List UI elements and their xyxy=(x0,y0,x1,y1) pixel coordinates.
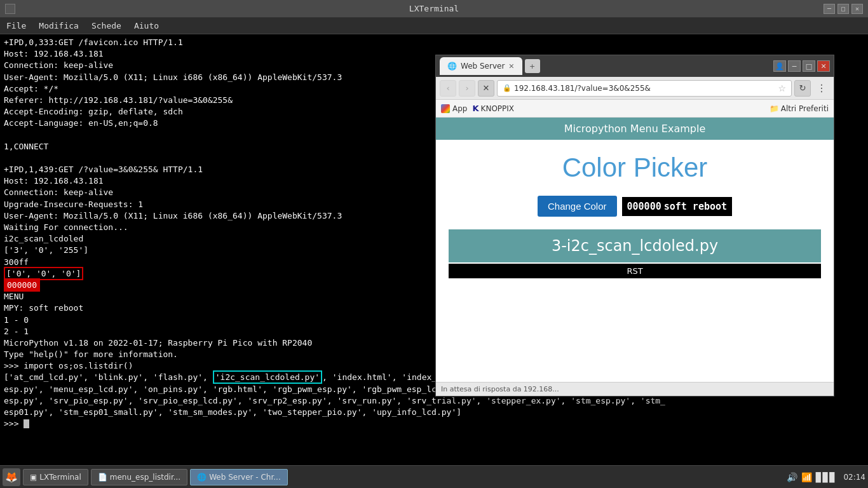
browser-status-bar: In attesa di risposta da 192.168... xyxy=(436,382,834,396)
web-script-section: 3-i2c_scan_lcdoled.py xyxy=(449,229,821,262)
taskbar-terminal-label: LXTerminal xyxy=(39,473,81,482)
bookmark-altri-label: Altri Preferiti xyxy=(781,104,829,113)
tab-favicon: 🌐 xyxy=(447,62,457,71)
taskbar-clock: 02:14 xyxy=(840,473,865,482)
folder-icon: 📁 xyxy=(770,104,779,113)
volume-icon[interactable]: 🔊 xyxy=(787,472,797,482)
browser-window-controls: 👤 ─ □ ✕ xyxy=(773,60,830,72)
web-header: Micropython Menu Example xyxy=(436,118,834,140)
browser-minimize-btn[interactable]: ─ xyxy=(788,60,801,72)
terminal-minimize-btn[interactable]: ─ xyxy=(824,4,835,14)
browser-overflow-btn[interactable]: ⋮ xyxy=(813,80,830,97)
apps-icon xyxy=(441,104,450,113)
browser-tab[interactable]: 🌐 Web Server ✕ xyxy=(440,57,522,75)
taskbar-tray: 🔊 📶 ▊▊▊ 02:14 xyxy=(787,472,865,482)
taskbar-terminal-icon: ▣ xyxy=(30,473,37,482)
bookmark-apps[interactable]: App xyxy=(441,104,467,113)
secure-icon: 🔒 xyxy=(503,84,512,92)
script-name-text: 3-i2c_scan_lcdoled.py xyxy=(552,237,718,255)
stop-btn[interactable]: ✕ xyxy=(478,80,494,97)
tab-close-btn[interactable]: ✕ xyxy=(508,62,514,71)
taskbar-lxterminal-btn[interactable]: ▣ LXTerminal xyxy=(23,469,88,485)
browser-titlebar: 🌐 Web Server ✕ + 👤 ─ □ ✕ xyxy=(436,55,834,77)
back-btn[interactable]: ‹ xyxy=(440,80,456,97)
battery-icon: ▊▊▊ xyxy=(816,472,836,482)
menu-file[interactable]: File xyxy=(3,20,30,32)
color-value-text: 000000 xyxy=(627,201,661,212)
rst-label: RST xyxy=(627,266,642,276)
browser-user-icon[interactable]: 👤 xyxy=(773,60,786,72)
browser-toolbar: ‹ › ✕ 🔒 192.168.43.181/?value=3&0&255& ☆… xyxy=(436,77,834,100)
terminal-maximize-btn[interactable]: □ xyxy=(837,4,849,14)
bookmark-knoppix-label: KNOPPIX xyxy=(481,104,515,113)
color-value-display: 000000 soft reboot xyxy=(622,197,733,216)
terminal-titlebar: LXTerminal ─ □ ✕ xyxy=(0,0,868,18)
taskbar: 🦊 ▣ LXTerminal 📄 menu_esp_listdir... 🌐 W… xyxy=(0,465,868,488)
network-icon: 📶 xyxy=(801,472,812,482)
tab-label: Web Server xyxy=(461,62,505,71)
taskbar-webserver-label: Web Server - Chr... xyxy=(209,473,281,482)
web-content: Micropython Menu Example Color Picker Ch… xyxy=(436,118,834,382)
terminal-title: LXTerminal xyxy=(409,4,459,13)
web-rst-section: RST xyxy=(449,264,821,278)
change-color-button[interactable]: Change Color xyxy=(538,196,617,217)
new-tab-btn[interactable]: + xyxy=(525,59,540,73)
menu-aiuto[interactable]: Aiuto xyxy=(130,20,163,32)
color-picker-title: Color Picker xyxy=(562,152,708,183)
address-bar[interactable]: 🔒 192.168.43.181/?value=3&0&255& ☆ xyxy=(497,80,792,97)
browser-status-text: In attesa di risposta da 192.168... xyxy=(441,385,559,393)
address-text: 192.168.43.181/?value=3&0&255& xyxy=(514,84,775,93)
bookmark-star-icon[interactable]: ☆ xyxy=(778,83,786,93)
terminal-window-controls: ─ □ ✕ xyxy=(824,4,863,14)
taskbar-web-icon: 🌐 xyxy=(197,473,207,482)
browser-close-btn[interactable]: ✕ xyxy=(817,60,830,72)
bookmarks-bar: App K KNOPPIX 📁 Altri Preferiti xyxy=(436,100,834,118)
web-body: Color Picker Change Color 000000 soft re… xyxy=(436,140,834,382)
bookmark-apps-label: App xyxy=(452,104,467,113)
knoppix-k-icon: K xyxy=(472,104,478,113)
menu-modifica[interactable]: Modifica xyxy=(35,20,83,32)
browser-settings-btn[interactable]: ↻ xyxy=(794,80,811,97)
terminal-menubar: File Modifica Schede Aiuto xyxy=(0,18,868,34)
color-picker-row: Change Color 000000 soft reboot xyxy=(538,196,732,217)
browser-window: 🌐 Web Server ✕ + 👤 ─ □ ✕ ‹ › ✕ 🔒 192.168… xyxy=(435,55,834,396)
taskbar-menu-esp-btn[interactable]: 📄 menu_esp_listdir... xyxy=(91,469,187,485)
forward-btn[interactable]: › xyxy=(459,80,475,97)
menu-schede[interactable]: Schede xyxy=(88,20,125,32)
soft-reboot-text: soft reboot xyxy=(664,201,727,212)
terminal-app-icon xyxy=(5,4,15,14)
taskbar-webserver-btn[interactable]: 🌐 Web Server - Chr... xyxy=(190,469,288,485)
bookmark-altri[interactable]: 📁 Altri Preferiti xyxy=(770,104,829,113)
web-header-text: Micropython Menu Example xyxy=(564,123,706,135)
taskbar-doc-icon: 📄 xyxy=(98,473,107,482)
terminal-close-btn[interactable]: ✕ xyxy=(851,4,863,14)
browser-maximize-btn[interactable]: □ xyxy=(803,60,815,72)
taskbar-firefox-icon[interactable]: 🦊 xyxy=(3,468,20,486)
bookmark-knoppix[interactable]: K KNOPPIX xyxy=(472,104,514,113)
taskbar-menu-esp-label: menu_esp_listdir... xyxy=(110,473,180,482)
